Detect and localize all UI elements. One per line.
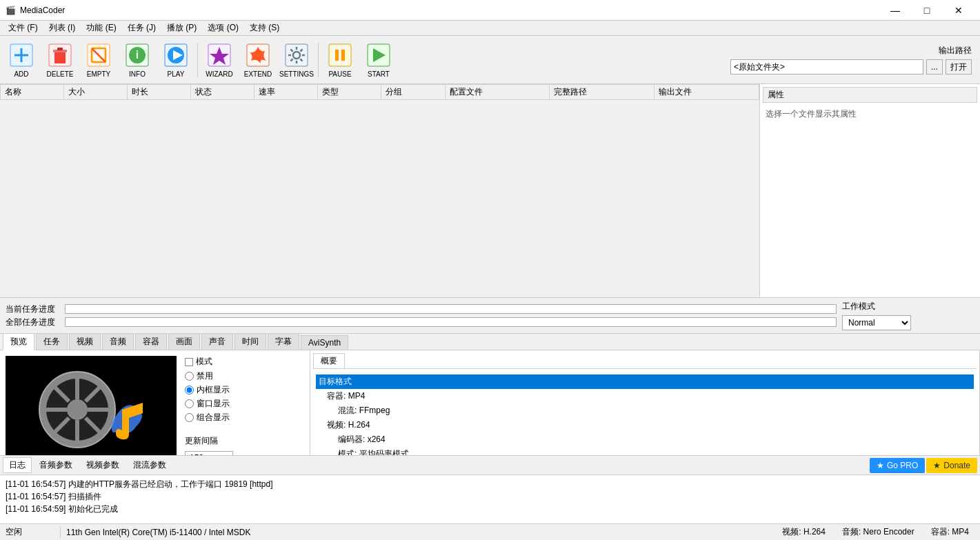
output-browse-button[interactable]: ... [926,59,943,74]
mode-inframe-item: 内框显示 [185,384,233,396]
all-progress-label: 全部任务进度 [6,317,61,328]
bottom-content: 模式 禁用 内框显示 窗口显示 [0,350,980,455]
mode-combined-label: 组合显示 [197,412,230,423]
play-button[interactable]: PLAY [157,39,194,81]
status-cpu: 11th Gen Intel(R) Core(TM) i5-11400 / In… [66,528,771,537]
menu-file[interactable]: 文件 (F) [3,21,43,35]
preview-logo [22,361,160,465]
col-config: 配置文件 [445,85,550,100]
log-tab-video[interactable]: 视频参数 [80,457,126,473]
current-progress-row: 当前任务进度 [6,303,837,315]
go-pro-button[interactable]: ★ Go PRO [870,458,925,473]
go-pro-label: Go PRO [887,461,918,470]
settings-icon [283,41,310,69]
mode-disabled-radio[interactable] [185,372,194,381]
properties-content: 选择一个文件显示其属性 [763,106,977,123]
add-button[interactable]: ADD [3,39,40,81]
donate-star-icon: ★ [933,461,941,470]
tree-item-1[interactable]: 混流: FFmpeg [316,403,974,418]
tree-item-4[interactable]: 模式: 平均码率模式 [316,447,974,455]
tab-container[interactable]: 容器 [135,333,167,350]
minimize-button[interactable]: — [879,0,911,21]
tree-item-3[interactable]: 编码器: x264 [316,432,974,447]
svg-rect-6 [57,48,63,50]
properties-panel: 属性 选择一个文件显示其属性 [759,84,980,297]
progress-area: 当前任务进度 全部任务进度 工作模式 Normal Batch Cluster [0,298,980,334]
info-label: INFO [129,70,146,78]
tree-root[interactable]: 目标格式 [316,374,974,389]
mode-combined-radio[interactable] [185,413,194,422]
tree-item-0[interactable]: 容器: MP4 [316,389,974,403]
toolbar-separator-1 [197,43,198,77]
col-size: 大小 [64,85,128,100]
window-controls: — □ ✕ [879,0,974,21]
tab-preview[interactable]: 预览 [3,333,34,350]
svg-rect-4 [54,52,66,63]
info-icon: i [123,41,151,69]
output-path-label: 输出路径 [939,45,972,57]
toolbar: ADD DELETE EMPTY [0,36,980,84]
wizard-button[interactable]: WIZARD [201,39,238,81]
menu-play[interactable]: 播放 (P) [161,21,202,35]
tab-avisynth[interactable]: AviSynth [301,335,348,350]
mode-window-radio[interactable] [185,399,194,408]
properties-title: 属性 [763,87,977,103]
col-status: 状态 [191,85,254,100]
delete-button[interactable]: DELETE [41,39,79,81]
log-tab-audio[interactable]: 音频参数 [33,457,79,473]
extend-label: EXTEND [244,70,272,78]
svg-rect-20 [329,44,351,66]
go-pro-icon: ★ [877,461,884,470]
output-open-button[interactable]: 打开 [946,59,972,74]
menu-task[interactable]: 任务 (J) [122,21,161,35]
main-area: 名称 大小 时长 状态 速率 类型 分组 配置文件 完整路径 输出文件 [0,84,980,298]
tab-audio[interactable]: 音频 [102,333,134,350]
mode-disabled-label: 禁用 [197,370,213,382]
extend-button[interactable]: EXTEND [239,39,277,81]
tab-subtitle[interactable]: 字幕 [268,333,299,350]
start-label: START [368,70,390,78]
pause-label: PAUSE [328,70,351,78]
status-audio: 音频: Nero Encoder [837,526,920,538]
status-video: 视频: H.264 [777,526,831,538]
close-button[interactable]: ✕ [943,0,974,21]
start-button[interactable]: START [360,39,397,81]
menu-list[interactable]: 列表 (I) [43,21,81,35]
svg-rect-21 [335,50,339,61]
tab-time[interactable]: 时间 [234,333,266,350]
mode-section: 模式 禁用 内框显示 窗口显示 [185,356,233,426]
log-entry-0: [11-01 16:54:57] 内建的HTTP服务器已经启动，工作于端口 19… [6,478,974,490]
output-path-input[interactable]: <原始文件夹> [730,59,923,74]
menu-options[interactable]: 选项 (O) [202,21,244,35]
menu-function[interactable]: 功能 (E) [81,21,121,35]
info-button[interactable]: i INFO [119,39,156,81]
log-tabs: 日志 音频参数 视频参数 混流参数 ★ Go PRO ★ Donate [0,456,980,475]
maximize-button[interactable]: □ [911,0,943,21]
log-tab-stream[interactable]: 混流参数 [127,457,172,473]
preview-controls: 模式 禁用 内框显示 窗口显示 [185,356,233,465]
menu-support[interactable]: 支持 (S) [244,21,285,35]
work-mode-select[interactable]: Normal Batch Cluster [842,315,911,330]
summary-tab-overview[interactable]: 概要 [313,353,345,368]
summary-tree: 目标格式 容器: MP4 混流: FFmpeg 视频: H.264 编码器: x… [313,372,977,455]
empty-button[interactable]: EMPTY [80,39,117,81]
tab-video[interactable]: 视频 [69,333,101,350]
mode-inframe-radio[interactable] [185,386,194,394]
col-rate: 速率 [254,85,318,100]
log-tab-log[interactable]: 日志 [3,457,32,473]
log-entry-1: [11-01 16:54:57] 扫描插件 [6,490,974,503]
file-list: 名称 大小 时长 状态 速率 类型 分组 配置文件 完整路径 输出文件 [0,84,759,297]
pause-button[interactable]: PAUSE [321,39,359,81]
tab-task[interactable]: 任务 [36,333,68,350]
mode-window-item: 窗口显示 [185,398,233,410]
status-container: 容器: MP4 [926,526,974,538]
svg-point-28 [67,399,88,420]
svg-text:i: i [136,49,139,61]
mode-window-label: 窗口显示 [197,398,230,410]
tab-sound[interactable]: 声音 [201,333,233,350]
tab-picture[interactable]: 画面 [168,333,200,350]
settings-button[interactable]: SETTINGS [278,39,315,81]
col-type: 类型 [318,85,381,100]
donate-button[interactable]: ★ Donate [926,458,977,473]
tree-item-2[interactable]: 视频: H.264 [316,418,974,432]
